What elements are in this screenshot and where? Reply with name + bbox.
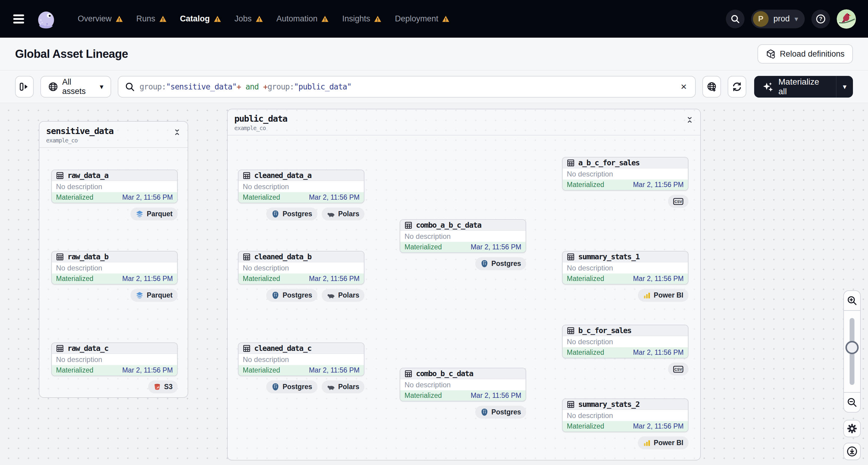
warning-icon <box>115 15 123 23</box>
asset-name: combo_b_c_data <box>416 369 473 378</box>
asset-tag-Polars[interactable]: Polars <box>322 208 365 220</box>
help-icon[interactable]: ? <box>811 10 830 28</box>
asset-node-cleaned_data_c[interactable]: cleaned_data_c No description Materializ… <box>238 342 365 393</box>
asset-node-combo_b_c_data[interactable]: combo_b_c_data No description Materializ… <box>400 368 526 418</box>
dagster-logo[interactable] <box>36 9 56 29</box>
asset-tag-Postgres[interactable]: Postgres <box>266 289 317 302</box>
asset-status-bar: Materialized Mar 2, 11:56 PM <box>52 192 177 203</box>
asset-tag-Postgres[interactable]: Postgres <box>266 380 317 393</box>
group-location: example_co <box>234 125 287 131</box>
asset-description: No description <box>239 262 364 274</box>
materialize-all-label: Materialize all <box>779 77 828 96</box>
asset-tag-S3[interactable]: S3 <box>148 380 178 393</box>
collapse-group-icon[interactable] <box>173 128 181 136</box>
asset-tag-Power BI[interactable]: Power BI <box>638 289 688 302</box>
group-location: example_co <box>46 137 113 144</box>
asset-tag-Postgres[interactable]: Postgres <box>475 257 526 270</box>
chevron-down-icon: ▾ <box>100 83 103 91</box>
asset-tag-Postgres[interactable]: Postgres <box>475 406 526 418</box>
nav-item-jobs[interactable]: Jobs <box>235 14 263 24</box>
table-icon <box>567 327 575 335</box>
asset-status: Materialized <box>567 275 604 283</box>
asset-node-combo_a_b_c_data[interactable]: combo_a_b_c_data No description Material… <box>400 219 526 270</box>
asset-tag-Parquet[interactable]: Parquet <box>130 289 178 302</box>
asset-tag-csv-icon[interactable]: CSV <box>668 195 688 208</box>
open-panel-button[interactable] <box>15 76 34 98</box>
asset-tag-Polars[interactable]: Polars <box>322 380 365 393</box>
collapse-group-icon[interactable] <box>686 116 693 124</box>
postgres-icon <box>271 383 279 391</box>
sparkles-icon <box>763 81 773 92</box>
nav-item-insights[interactable]: Insights <box>342 14 381 24</box>
asset-search-input[interactable]: group:"sensitive_data"+ and +group:"publ… <box>118 76 696 98</box>
materialize-all-button: Materialize all ▾ <box>754 76 853 98</box>
warning-icon <box>255 15 263 23</box>
asset-node-cleaned_data_b[interactable]: cleaned_data_b No description Materializ… <box>238 251 365 302</box>
asset-tag-Power BI[interactable]: Power BI <box>638 436 688 450</box>
deployment-switcher[interactable]: P prod ▾ <box>751 10 805 28</box>
user-avatar[interactable] <box>837 9 856 29</box>
powerbi-icon <box>643 291 651 299</box>
warning-icon <box>214 15 221 23</box>
hamburger-icon[interactable] <box>12 14 25 24</box>
nav-item-runs[interactable]: Runs <box>136 14 167 24</box>
zoom-out-button[interactable] <box>844 392 860 412</box>
lineage-canvas[interactable]: sensitive_data example_co public_data ex… <box>0 103 868 465</box>
asset-node-summary_stats_2[interactable]: summary_stats_2 No description Materiali… <box>562 398 688 450</box>
nav-item-deployment[interactable]: Deployment <box>395 14 450 24</box>
zoom-panel <box>843 290 861 412</box>
lineage-toolbar: All assets ▾ group:"sensitive_data"+ and… <box>0 70 868 103</box>
page-title: Global Asset Lineage <box>15 48 128 61</box>
postgres-icon <box>480 408 489 416</box>
materialize-all-main[interactable]: Materialize all <box>754 76 836 98</box>
zoom-in-button[interactable] <box>844 291 860 311</box>
asset-timestamp: Mar 2, 11:56 PM <box>122 193 173 202</box>
asset-tags: Postgres Polars <box>238 208 365 220</box>
search-icon[interactable] <box>726 10 745 28</box>
asset-status-bar: Materialized Mar 2, 11:56 PM <box>563 274 688 284</box>
zoom-slider-handle[interactable] <box>845 341 859 354</box>
download-image-button[interactable] <box>843 443 861 460</box>
table-icon <box>243 253 251 261</box>
asset-tags: Parquet <box>51 208 178 220</box>
table-icon <box>56 344 64 352</box>
asset-node-a_b_c_for_sales[interactable]: a_b_c_for_sales No description Materiali… <box>562 157 688 208</box>
clear-search-icon[interactable]: × <box>679 81 688 92</box>
nav-item-catalog[interactable]: Catalog <box>180 14 221 24</box>
materialize-options-caret[interactable]: ▾ <box>836 76 853 98</box>
nav-item-automation[interactable]: Automation <box>277 14 329 24</box>
asset-status-bar: Materialized Mar 2, 11:56 PM <box>563 180 688 190</box>
nav-item-label: Jobs <box>235 14 252 24</box>
graph-settings-button[interactable] <box>843 420 861 437</box>
gear-icon <box>847 423 858 434</box>
warning-icon <box>374 15 381 23</box>
postgres-icon <box>480 259 489 268</box>
zoom-in-icon <box>847 296 857 306</box>
asset-node-b_c_for_sales[interactable]: b_c_for_sales No description Materialize… <box>562 324 688 376</box>
reload-definitions-button[interactable]: Reload definitions <box>757 44 853 64</box>
asset-tag-Polars[interactable]: Polars <box>322 289 365 302</box>
asset-tag-Postgres[interactable]: Postgres <box>266 208 317 220</box>
asset-node-raw_data_a[interactable]: raw_data_a No description Materialized M… <box>51 169 178 220</box>
warning-icon <box>442 15 450 23</box>
asset-status: Materialized <box>567 181 604 189</box>
asset-node-summary_stats_1[interactable]: summary_stats_1 No description Materiali… <box>562 251 688 302</box>
asset-timestamp: Mar 2, 11:56 PM <box>122 275 173 283</box>
filter-scope-button[interactable] <box>702 76 721 98</box>
table-icon <box>567 159 575 167</box>
asset-description: No description <box>563 262 688 274</box>
asset-tags: Postgres Polars <box>238 289 365 302</box>
asset-status: Materialized <box>243 275 280 283</box>
asset-tag-csv-icon[interactable]: CSV <box>668 363 688 376</box>
table-icon <box>56 172 64 180</box>
asset-node-cleaned_data_a[interactable]: cleaned_data_a No description Materializ… <box>238 169 365 220</box>
nav-item-label: Overview <box>78 14 112 24</box>
asset-node-raw_data_c[interactable]: raw_data_c No description Materialized M… <box>51 342 178 393</box>
asset-node-raw_data_b[interactable]: raw_data_b No description Materialized M… <box>51 251 178 302</box>
asset-scope-dropdown[interactable]: All assets ▾ <box>40 76 111 98</box>
asset-timestamp: Mar 2, 11:56 PM <box>309 366 360 374</box>
refresh-button[interactable] <box>727 76 746 98</box>
zoom-slider[interactable] <box>844 311 860 392</box>
nav-item-overview[interactable]: Overview <box>78 14 123 24</box>
asset-tag-Parquet[interactable]: Parquet <box>130 208 178 220</box>
